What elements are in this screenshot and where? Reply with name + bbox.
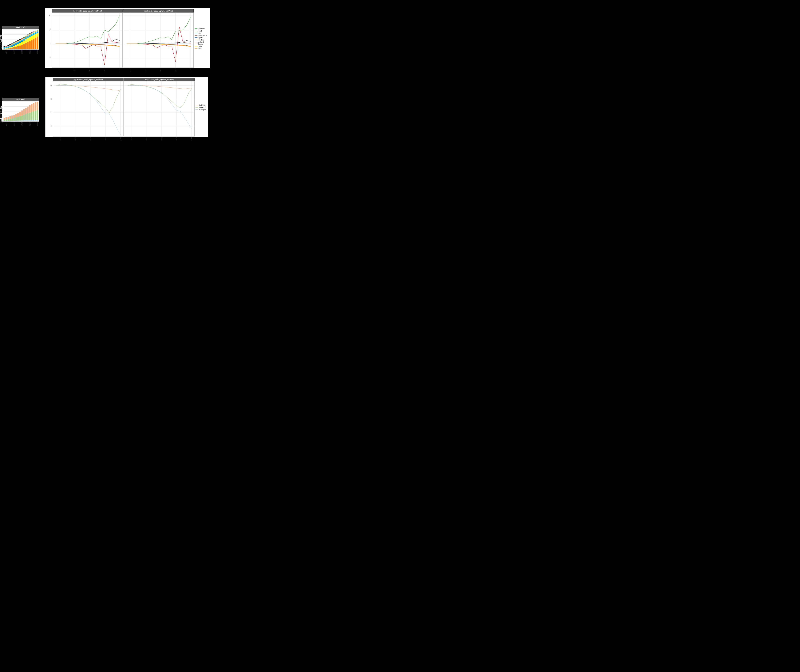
- legend-item-hydro: hydro: [195, 37, 208, 38]
- svg-rect-22: [5, 46, 7, 46]
- legend-item-building: building: [195, 104, 206, 106]
- svg-rect-33: [10, 47, 11, 48]
- page: elecByTechTWh ssp5_rcp45 050001000015000…: [0, 0, 208, 146]
- svg-rect-152: [35, 32, 37, 34]
- svg-rect-153: [35, 31, 37, 32]
- svg-rect-139: [31, 32, 32, 33]
- svg-rect-135: [31, 33, 32, 34]
- svg-rect-203: [11, 118, 13, 121]
- strip-hotter-1: rcp45hotter_ssp5_agyields_diffPrcnt: [123, 9, 194, 13]
- svg-rect-127: [29, 34, 30, 34]
- svg-rect-242: [37, 110, 38, 120]
- svg-rect-113: [27, 42, 29, 49]
- svg-rect-131: [31, 40, 32, 49]
- svg-rect-151: [35, 34, 37, 34]
- svg-rect-123: [29, 37, 30, 41]
- svg-rect-88: [21, 41, 23, 42]
- svg-rect-25: [8, 48, 9, 48]
- svg-rect-117: [27, 35, 29, 36]
- svg-rect-53: [13, 44, 15, 45]
- strip-cooler-2: rcp45cooler_ssp5_agyields_diffPrcnt: [53, 78, 123, 81]
- svg-rect-134: [31, 34, 32, 35]
- svg-rect-44: [11, 45, 13, 46]
- svg-rect-61: [15, 45, 17, 45]
- svg-rect-223: [25, 120, 27, 121]
- plot-cooler-tech: 20202040206020802100: [52, 13, 123, 68]
- svg-rect-77: [19, 45, 21, 49]
- svg-rect-81: [19, 40, 21, 41]
- svg-rect-133: [31, 35, 32, 36]
- svg-rect-192: [3, 118, 5, 120]
- svg-rect-107: [25, 37, 27, 39]
- svg-rect-200: [10, 119, 11, 121]
- svg-rect-214: [19, 120, 21, 121]
- svg-rect-64: [15, 42, 17, 42]
- svg-rect-109: [25, 36, 27, 36]
- svg-rect-27: [8, 46, 9, 46]
- svg-rect-85: [19, 39, 21, 40]
- svg-rect-41: [11, 48, 13, 49]
- svg-rect-204: [11, 115, 13, 118]
- svg-rect-149: [35, 38, 37, 49]
- svg-rect-163: [37, 30, 38, 30]
- svg-rect-21: [5, 46, 7, 46]
- svg-rect-62: [15, 43, 17, 45]
- svg-rect-222: [23, 109, 25, 115]
- svg-rect-115: [27, 38, 29, 38]
- svg-rect-35: [10, 46, 11, 47]
- facet-hotter-2: rcp45hotter_ssp5_agyields_diffPrcnt 2020…: [124, 78, 195, 136]
- svg-rect-216: [19, 112, 21, 116]
- svg-rect-70: [17, 43, 19, 44]
- svg-rect-201: [10, 116, 11, 118]
- big-chart-row2: -6-4-20 rcp45cooler_ssp5_agyields_diffPr…: [45, 77, 208, 137]
- svg-rect-79: [19, 42, 21, 43]
- svg-rect-199: [10, 121, 11, 121]
- svg-rect-10: [3, 47, 5, 47]
- svg-rect-160: [37, 32, 38, 33]
- legend-item-solar: solar: [195, 45, 208, 47]
- svg-rect-5: [3, 49, 5, 49]
- legend-item-geothermal: geothermal: [195, 34, 208, 36]
- svg-rect-54: [13, 43, 15, 44]
- svg-rect-150: [35, 34, 37, 38]
- svg-rect-36: [10, 45, 11, 46]
- svg-rect-14: [5, 49, 7, 49]
- small-chart-elec-by-sec: ssp5_rcp45 05000100001500020000202020402…: [2, 98, 39, 122]
- svg-rect-71: [17, 42, 19, 43]
- svg-rect-132: [31, 36, 32, 40]
- row-elec-by-sec: elecFinalBySecTWh ssp5_rcp45 05000100001…: [0, 77, 208, 137]
- svg-rect-213: [17, 113, 19, 117]
- legend-sec: buildingindustrytransport: [195, 102, 208, 112]
- svg-rect-198: [8, 117, 9, 119]
- svg-rect-202: [11, 121, 13, 121]
- svg-rect-157: [35, 30, 37, 31]
- svg-rect-87: [21, 42, 23, 45]
- facet-hotter-1: rcp45hotter_ssp5_agyields_diffPrcnt 2020…: [123, 9, 194, 68]
- svg-rect-26: [8, 46, 9, 48]
- svg-rect-206: [13, 118, 15, 121]
- svg-rect-239: [35, 110, 37, 120]
- svg-rect-241: [37, 120, 38, 121]
- svg-rect-240: [35, 102, 37, 110]
- svg-rect-145: [33, 32, 35, 32]
- svg-rect-52: [13, 45, 15, 46]
- svg-rect-208: [15, 121, 17, 121]
- svg-rect-197: [8, 119, 9, 121]
- legend-item-gas: gas: [195, 32, 208, 34]
- svg-rect-238: [35, 120, 37, 121]
- svg-rect-51: [13, 46, 15, 47]
- row-elec-by-tech: elecByTechTWh ssp5_rcp45 050001000015000…: [0, 8, 210, 68]
- svg-rect-231: [29, 105, 30, 112]
- legend-item-coal: coal: [195, 30, 208, 32]
- svg-rect-99: [23, 38, 25, 38]
- svg-rect-23: [8, 48, 9, 49]
- svg-rect-68: [17, 46, 19, 49]
- svg-rect-40: [10, 44, 11, 45]
- svg-rect-143: [33, 33, 35, 34]
- svg-rect-226: [27, 120, 29, 121]
- svg-rect-162: [37, 30, 38, 31]
- svg-rect-9: [3, 47, 5, 47]
- legend-item-nuclear: nuclear: [195, 39, 208, 41]
- svg-rect-110: [25, 36, 27, 36]
- svg-rect-37: [10, 45, 11, 45]
